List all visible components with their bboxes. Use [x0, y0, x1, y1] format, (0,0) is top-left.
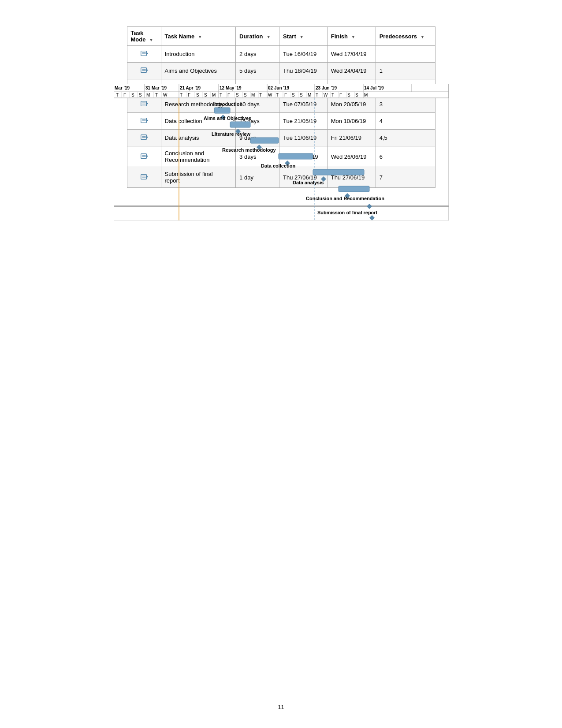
svg-text:21 Apr '19: 21 Apr '19: [180, 86, 201, 90]
task-mode-icon: [140, 66, 148, 74]
task-name-cell: Aims and Objectives: [161, 63, 236, 79]
svg-text:S: S: [196, 93, 199, 97]
svg-text:M: M: [251, 93, 255, 97]
svg-text:S: S: [244, 93, 247, 97]
svg-rect-121: [313, 169, 364, 175]
svg-text:Introduction: Introduction: [214, 101, 242, 107]
svg-text:S: S: [347, 93, 350, 97]
task-mode-icon: [140, 49, 148, 57]
gantt-svg: Mar '19 31 Mar '19 21 Apr '19 12 May '19…: [114, 84, 449, 220]
gantt-diamond-8: [369, 215, 375, 220]
svg-text:W: W: [163, 93, 167, 97]
svg-text:T: T: [316, 93, 318, 97]
svg-rect-4: [141, 68, 146, 73]
svg-text:02 Jun '19: 02 Jun '19: [268, 86, 289, 90]
task-finish-cell: Wed 24/04/19: [327, 63, 376, 79]
col-header-predecessors: Predecessors ▼: [376, 27, 435, 46]
svg-text:M: M: [308, 93, 311, 97]
svg-text:Research methodology: Research methodology: [222, 147, 276, 153]
svg-text:T: T: [116, 93, 119, 97]
svg-text:S: S: [355, 93, 358, 97]
svg-text:S: S: [236, 93, 239, 97]
svg-text:Data collection: Data collection: [261, 163, 296, 168]
svg-text:F: F: [188, 93, 190, 97]
col-header-duration: Duration ▼: [236, 27, 279, 46]
svg-text:T: T: [180, 93, 182, 97]
task-mode-cell: [127, 46, 161, 63]
gantt-svg-container: Mar '19 31 Mar '19 21 Apr '19 12 May '19…: [114, 84, 449, 222]
task-finish-cell: Wed 17/04/19: [327, 46, 376, 63]
svg-text:M: M: [146, 93, 150, 97]
svg-text:31 Mar '19: 31 Mar '19: [145, 86, 167, 90]
task-mode-cell: [127, 63, 161, 79]
svg-text:T: T: [331, 93, 334, 97]
svg-text:W: W: [324, 93, 328, 97]
task-predecessors-cell: 1: [376, 63, 435, 79]
svg-text:T: T: [155, 93, 158, 97]
col-header-task-mode: TaskMode ▼: [127, 27, 161, 46]
svg-text:Aims and Objectives: Aims and Objectives: [204, 116, 251, 121]
svg-text:Mar '19: Mar '19: [115, 86, 130, 90]
gantt-diamond-7: [367, 204, 372, 209]
task-start-cell: Thu 18/04/19: [279, 63, 328, 79]
svg-rect-113: [214, 108, 230, 113]
task-start-cell: Tue 16/04/19: [279, 46, 328, 63]
task-predecessors-cell: [376, 46, 435, 63]
svg-text:12 May '19: 12 May '19: [220, 86, 242, 90]
svg-text:S: S: [300, 93, 303, 97]
col-header-start: Start ▼: [279, 27, 328, 46]
svg-text:T: T: [276, 93, 279, 97]
svg-text:M: M: [212, 93, 216, 97]
svg-rect-115: [230, 122, 250, 127]
svg-text:Conclusion and Recommendation: Conclusion and Recommendation: [306, 196, 384, 201]
svg-text:F: F: [284, 93, 287, 97]
svg-rect-126: [114, 84, 449, 220]
svg-text:Literature review: Literature review: [212, 131, 250, 137]
svg-text:S: S: [139, 93, 142, 97]
svg-text:23 Jun '19: 23 Jun '19: [316, 86, 337, 90]
svg-text:14 Jul '19: 14 Jul '19: [364, 86, 384, 90]
task-duration-cell: 2 days: [236, 46, 279, 63]
svg-text:S: S: [131, 93, 134, 97]
svg-rect-117: [250, 138, 279, 143]
svg-rect-123: [339, 186, 369, 192]
svg-text:W: W: [268, 93, 272, 97]
task-name-cell: Introduction: [161, 46, 236, 63]
task-duration-cell: 5 days: [236, 63, 279, 79]
svg-text:F: F: [227, 93, 230, 97]
svg-text:S: S: [292, 93, 295, 97]
svg-text:T: T: [220, 93, 222, 97]
page-number: 11: [278, 704, 284, 710]
svg-rect-119: [279, 153, 313, 159]
col-header-finish: Finish ▼: [327, 27, 376, 46]
svg-text:M: M: [364, 93, 368, 97]
svg-rect-0: [141, 51, 146, 56]
svg-text:T: T: [259, 93, 262, 97]
svg-text:S: S: [204, 93, 207, 97]
svg-text:Submission of final report: Submission of final report: [317, 210, 378, 215]
svg-text:F: F: [339, 93, 342, 97]
svg-text:F: F: [123, 93, 126, 97]
svg-text:Data analysis: Data analysis: [293, 180, 324, 185]
col-header-task-name: Task Name ▼: [161, 27, 236, 46]
